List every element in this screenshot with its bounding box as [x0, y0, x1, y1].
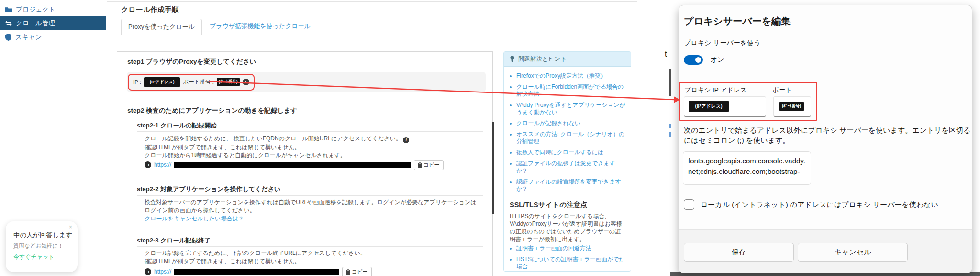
- sidebar-item-label: プロジェクト: [16, 5, 56, 14]
- play-circle-icon: ➔: [145, 161, 151, 168]
- proxy-port-label: ポート: [772, 86, 792, 94]
- copy-button[interactable]: コピー: [414, 160, 444, 170]
- url-redaction-bar: [174, 162, 411, 168]
- tips-link[interactable]: クロールが記録されない: [516, 120, 627, 127]
- copy-label: コピー: [352, 268, 368, 276]
- tips-link[interactable]: VAddy Proxyを通すとアプリケーションがうまく動かない: [516, 102, 627, 116]
- clipped-text-fragment: t: [665, 49, 667, 59]
- toggle-knob: [695, 57, 701, 63]
- clipboard-icon: [346, 269, 350, 275]
- divider: [137, 246, 483, 247]
- dialog-footer: 保存 キャンセル: [679, 229, 972, 273]
- save-button[interactable]: 保存: [684, 243, 794, 262]
- ip-redaction-chip: (IPアドレス): [689, 101, 729, 112]
- tips-link[interactable]: オススメの方法: クロール（シナリオ）の分割管理: [516, 131, 627, 145]
- tips-link[interactable]: FirefoxでのProxy設定方法（推奨）: [516, 72, 627, 80]
- step2-2-heading: step2-2 対象アプリケーションを操作してください: [137, 185, 280, 194]
- step1-heading: step1 ブラウザのProxyを変更してください: [127, 58, 256, 66]
- sidebar-item-label: クロール管理: [16, 19, 55, 28]
- divider: [137, 131, 483, 132]
- url-redaction-bar: [174, 269, 339, 275]
- clipped-link-fragment: [669, 124, 671, 128]
- step2-3-heading: step2-3 クロール記録終了: [137, 236, 211, 245]
- bypass-list-input[interactable]: fonts.googleapis.com;console.vaddy.net;c…: [683, 151, 811, 185]
- tips-link[interactable]: 証明書エラー画面の回避方法: [516, 245, 627, 252]
- step2-2-line1: 検査対象サーバーのアプリケーションを操作すれば自動でURLや画面遷移を記録します…: [145, 199, 477, 214]
- chat-widget[interactable]: × 中の人が回答します 質問などお気軽に！ 今すぐチャット: [6, 221, 78, 272]
- ssl-link-list: 証明書エラー画面の回避方法 HSTSについての証明書エラー画面がでた場合: [509, 245, 627, 270]
- proxy-info-strip: IP : (IPアドレス) ポート番号 : (ﾎﾟｰﾄ番号) i: [127, 72, 486, 92]
- ip-redaction-chip: (IPアドレス): [144, 77, 180, 87]
- sidebar-item-label: スキャン: [15, 33, 42, 42]
- info-icon[interactable]: i: [403, 137, 409, 143]
- toggle-state-label: オン: [711, 56, 724, 64]
- ssl-notes-text: HTTPSのサイトをクロールする場合、VAddyのProxyサーバが返す証明書は…: [510, 212, 626, 243]
- clipboard-icon: [418, 162, 422, 168]
- crawl-end-url-link[interactable]: https://: [154, 268, 171, 275]
- shield-icon: [5, 34, 11, 41]
- scrollbar-thumb[interactable]: [492, 122, 494, 214]
- step2-1-line1: クロール記録を開始するために、 検査したいFQDNのクロール開始URLにアクセス…: [145, 135, 401, 142]
- edit-proxy-dialog: プロキシサーバーを編集 プロキシ サーバーを使う オン プロキシ IP アドレス…: [679, 5, 972, 273]
- tips-link[interactable]: 認証ファイルの設置場所を変更できますか？: [516, 178, 627, 193]
- dialog-title: プロキシサーバーを編集: [684, 15, 791, 28]
- tips-link[interactable]: 認証ファイルの拡張子は変更できますか？: [516, 160, 627, 174]
- background-scrollbar-thumb: [669, 69, 671, 96]
- step2-2-text: 検査対象サーバーのアプリケーションを操作すれば自動でURLや画面遷移を記録します…: [145, 198, 479, 223]
- tips-link[interactable]: 複数人で同時にクロールするには: [516, 149, 627, 156]
- port-redaction-chip: (ﾎﾟｰﾄ番号): [779, 102, 804, 111]
- local-bypass-label: ローカル (イントラネット) のアドレスにはプロキシ サーバーを使わない: [701, 200, 938, 209]
- bypass-description: 次のエントリで始まるアドレス以外にプロキシ サーバーを使います。エントリを区切る…: [684, 125, 971, 145]
- content-top-border: [107, 1, 637, 2]
- page-title: クロール作成手順: [121, 5, 179, 14]
- sidebar-item-crawl[interactable]: クロール管理: [0, 16, 106, 30]
- proxy-toggle-row: オン: [684, 55, 724, 65]
- local-bypass-checkbox[interactable]: [684, 199, 694, 210]
- step2-1-line2: 確認HTMLが別タブで開きます、これは閉じて構いません。: [145, 144, 300, 150]
- proxy-ip-port-annotated: IP : (IPアドレス) ポート番号 : (ﾎﾟｰﾄ番号) i: [128, 74, 255, 91]
- chat-subtext: 質問などお気軽に！: [13, 242, 64, 250]
- local-bypass-row: ローカル (イントラネット) のアドレスにはプロキシ サーバーを使わない: [684, 199, 938, 210]
- step2-3-text: クロール記録を完了するために、下記のクロール終了URLにアクセスしてください。 …: [145, 249, 479, 265]
- cancel-button[interactable]: キャンセル: [798, 243, 908, 262]
- ssl-notes-title: SSL/TLSサイトの注意点: [510, 200, 625, 209]
- port-redaction-chip: (ﾎﾟｰﾄ番号): [217, 78, 240, 86]
- step2-3-line1: クロール記録を完了するために、下記のクロール終了URLにアクセスしてください。: [145, 250, 366, 256]
- tips-title: 問題解決とヒント: [518, 55, 567, 63]
- chat-now-link[interactable]: 今すぐチャット: [13, 253, 55, 261]
- info-icon[interactable]: i: [243, 79, 249, 85]
- clipped-link-fragment: [669, 132, 671, 137]
- tab-proxy-crawl[interactable]: Proxyを使ったクロール: [121, 19, 202, 35]
- lightbulb-icon: [510, 56, 515, 62]
- divider: [137, 195, 483, 196]
- proxy-port-input[interactable]: (ﾎﾟｰﾄ番号): [773, 96, 811, 117]
- step2-heading: step2 検査のためにアプリケーションの動きを記録します: [127, 106, 297, 115]
- ip-label: IP :: [133, 79, 141, 85]
- close-icon[interactable]: ×: [69, 224, 72, 230]
- tips-link-list: FirefoxでのProxy設定方法（推奨） クロール時にForbidden画面…: [509, 72, 627, 193]
- port-label: ポート番号 :: [183, 79, 213, 86]
- tab-bar: Proxyを使ったクロール ブラウザ拡張機能を使ったクロール: [121, 19, 318, 35]
- tips-panel-header: 問題解決とヒント: [504, 52, 631, 67]
- play-circle-icon: ➔: [145, 268, 151, 275]
- copy-button[interactable]: コピー: [342, 267, 372, 276]
- folder-icon: [5, 7, 12, 12]
- step2-1-line3: クロール開始から1時間経過すると自動的にクロールがキャンセルされます。: [145, 152, 346, 159]
- use-proxy-label: プロキシ サーバーを使う: [684, 39, 761, 47]
- tips-panel: 問題解決とヒント FirefoxでのProxy設定方法（推奨） クロール時にFo…: [503, 51, 631, 272]
- tips-link[interactable]: クロール時にForbidden画面がでる場合の解決方法: [516, 83, 627, 98]
- tab-browser-extension-crawl[interactable]: ブラウザ拡張機能を使ったクロール: [202, 19, 318, 35]
- tips-link[interactable]: HSTSについての証明書エラー画面がでた場合: [516, 256, 627, 270]
- cancel-crawl-link[interactable]: クロールをキャンセルしたい場合は？: [145, 215, 244, 222]
- crawl-start-url-link[interactable]: https://: [154, 161, 171, 168]
- proxy-ip-label: プロキシ IP アドレス: [684, 86, 747, 94]
- step2-1-text: クロール記録を開始するために、 検査したいFQDNのクロール開始URLにアクセス…: [145, 135, 479, 160]
- swap-arrows-icon: [5, 21, 12, 26]
- sidebar-item-projects[interactable]: プロジェクト: [0, 2, 106, 16]
- proxy-toggle[interactable]: [684, 55, 703, 65]
- chat-headline: 中の人が回答します: [13, 231, 72, 240]
- copy-label: コピー: [423, 161, 440, 169]
- sidebar-item-scan[interactable]: スキャン: [0, 30, 106, 44]
- sidebar-divider: [106, 0, 106, 276]
- proxy-ip-input[interactable]: (IPアドレス): [684, 96, 766, 117]
